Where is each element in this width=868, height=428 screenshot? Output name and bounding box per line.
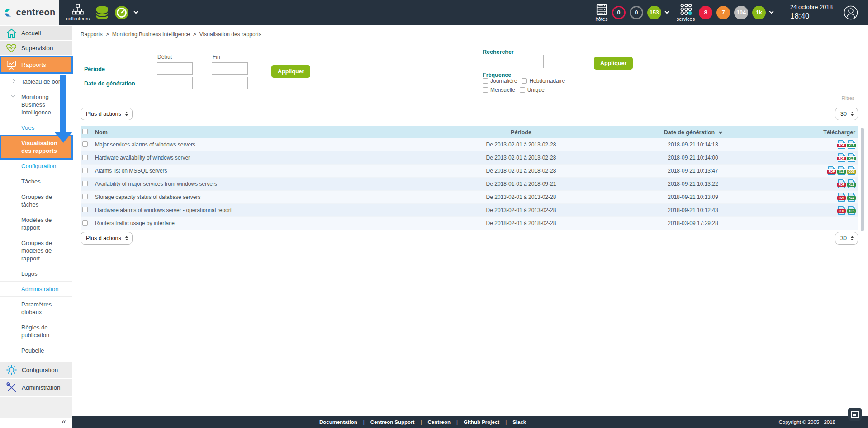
download-pdf-icon[interactable]: PDF [828, 166, 835, 175]
sidebar-subitem-logos[interactable]: Logos [0, 266, 72, 282]
database-status-icon[interactable] [95, 5, 109, 20]
more-actions-select-bottom[interactable]: Plus d actions [81, 232, 133, 245]
hosts-badge-ring-gray[interactable]: 0 [630, 6, 643, 19]
breadcrumb-item-monitoring-business-intelligence[interactable]: Monitoring Business Intelligence [112, 31, 190, 38]
services-menu[interactable]: services [677, 3, 695, 22]
user-profile-button[interactable] [844, 5, 858, 20]
services-badge-orange[interactable]: 7 [716, 6, 730, 19]
reports-table: Nom Période Date de génération Télécharg… [81, 126, 858, 230]
download-xls-icon[interactable]: XLS [848, 206, 855, 215]
centreon-logo[interactable]: centreon [0, 0, 59, 25]
checkbox-mensuelle[interactable] [483, 87, 488, 93]
report-generated-date: 2018-09-21 10:14:13 [618, 141, 768, 148]
download-xls-icon[interactable]: XLS [848, 179, 855, 188]
services-badge-green[interactable]: 1k [752, 6, 766, 19]
services-chevron-down-icon[interactable] [769, 9, 774, 14]
download-pdf-icon[interactable]: PDF [838, 206, 845, 215]
sidebar-subitem-groupes-de-t-ches[interactable]: Groupes de tâches [0, 189, 72, 212]
sidebar-item-configuration[interactable]: Configuration [0, 362, 72, 378]
sidebar-subitem-poubelle[interactable]: Poubelle [0, 343, 72, 358]
frequency-option-unique[interactable]: Unique [520, 87, 545, 93]
download-pdf-icon[interactable]: PDF [838, 140, 845, 149]
sidebar-subitem-t-ches[interactable]: Tâches [0, 174, 72, 189]
row-checkbox[interactable] [82, 141, 88, 147]
footer-link-centreon-support[interactable]: Centreon Support [370, 419, 415, 425]
chevron-down-icon [11, 94, 15, 97]
frequency-option-mensuelle[interactable]: Mensuelle [483, 87, 515, 93]
footer-link-centreon[interactable]: Centreon [427, 419, 450, 425]
column-header-periode[interactable]: Période [424, 129, 618, 136]
report-name: Hardware alarms of windows server - oper… [92, 207, 424, 213]
download-xls-icon[interactable]: XLS [848, 153, 855, 162]
breadcrumb-item-rapports[interactable]: Rapports [81, 31, 103, 38]
periode-debut-input[interactable] [157, 62, 193, 75]
sort-descending-icon[interactable] [719, 130, 722, 133]
fullscreen-button[interactable] [848, 408, 862, 421]
checkbox-journali-re[interactable] [483, 78, 488, 84]
apply-period-button[interactable]: Appliquer [271, 65, 310, 78]
page-size-select-bottom[interactable]: 30 [835, 232, 858, 245]
column-header-nom[interactable]: Nom [92, 129, 424, 136]
pollers-menu[interactable]: collecteurs [66, 4, 90, 21]
sidebar-subitem-configuration[interactable]: Configuration [0, 159, 72, 174]
download-xls-icon[interactable]: XLS [838, 166, 845, 175]
sidebar-subitem-groupes-de-mod-les-de-rapport[interactable]: Groupes de modèles de rapport [0, 235, 72, 266]
checkbox-unique[interactable] [520, 87, 525, 93]
breadcrumb-item-visualisation-des-rapports[interactable]: Visualisation des rapports [199, 31, 261, 38]
checkbox-hebdomadaire[interactable] [522, 78, 527, 84]
footer-link-documentation[interactable]: Documentation [319, 419, 357, 425]
services-badge-gray[interactable]: 104 [734, 6, 748, 19]
page-size-select-top[interactable]: 30 [835, 108, 858, 120]
sidebar-subitem-administration[interactable]: Administration [0, 282, 72, 297]
more-actions-select-top[interactable]: Plus d actions [81, 108, 133, 120]
download-ods-icon[interactable]: ODS [848, 166, 855, 175]
sidebar-item-label: Rapports [21, 61, 46, 68]
apply-search-button[interactable]: Appliquer [594, 57, 633, 70]
sidebar-subitem-param-tres-globaux[interactable]: Paramètres globaux [0, 297, 72, 320]
footer-link-github-project[interactable]: Github Project [464, 419, 499, 425]
sidebar-item-accueil[interactable]: Accueil [0, 26, 72, 40]
hosts-badge-ring-red[interactable]: 0 [612, 6, 626, 19]
current-time: 18:40 [790, 11, 833, 21]
row-checkbox[interactable] [82, 220, 88, 226]
column-header-generation[interactable]: Date de génération [618, 129, 768, 136]
sidebar-item-administration[interactable]: Administration [0, 379, 72, 396]
sidebar-item-rapports[interactable]: Rapports [0, 56, 72, 73]
tools-icon [6, 382, 17, 393]
generation-debut-input[interactable] [157, 77, 193, 89]
search-input[interactable] [483, 55, 544, 68]
frequency-label: Fréquence [483, 72, 511, 78]
sidebar-collapse-button[interactable]: « [62, 417, 66, 426]
scrollbar-thumb[interactable] [861, 128, 864, 231]
sidebar-subitem-mod-les-de-rapport[interactable]: Modèles de rapport [0, 212, 72, 235]
poller-gauge-icon[interactable] [114, 5, 129, 20]
breadcrumb-separator: > [106, 31, 109, 38]
select-all-checkbox[interactable] [82, 129, 88, 134]
pollers-chevron-down-icon[interactable] [133, 9, 138, 14]
sidebar-subitem-label: Paramètres globaux [21, 301, 52, 315]
sidebar-item-supervision[interactable]: Supervision [0, 41, 72, 55]
sidebar: AccueilSupervisionRapports Tableau de bo… [0, 25, 72, 428]
sidebar-subitem-r-gles-de-publication[interactable]: Règles de publication [0, 320, 72, 343]
hosts-chevron-down-icon[interactable] [664, 9, 669, 14]
frequency-option-journali-re[interactable]: Journalière [483, 78, 517, 84]
download-pdf-icon[interactable]: PDF [838, 193, 845, 202]
hosts-badge-green[interactable]: 153 [647, 6, 661, 19]
download-xls-icon[interactable]: XLS [848, 140, 855, 149]
download-xls-icon[interactable]: XLS [848, 193, 855, 202]
services-badge-red[interactable]: 8 [699, 6, 712, 19]
generation-fin-input[interactable] [212, 77, 248, 89]
frequency-option-hebdomadaire[interactable]: Hebdomadaire [522, 78, 565, 84]
row-checkbox[interactable] [82, 194, 88, 199]
hosts-menu[interactable]: hôtes [595, 4, 608, 22]
footer-link-slack[interactable]: Slack [512, 419, 526, 425]
row-checkbox[interactable] [82, 168, 88, 173]
select-updown-icon [125, 236, 128, 240]
download-pdf-icon[interactable]: PDF [838, 153, 845, 162]
download-pdf-icon[interactable]: PDF [838, 179, 845, 188]
home-icon [6, 28, 17, 38]
periode-fin-input[interactable] [212, 62, 248, 75]
row-checkbox[interactable] [82, 207, 88, 212]
row-checkbox[interactable] [82, 181, 88, 186]
row-checkbox[interactable] [82, 155, 88, 160]
